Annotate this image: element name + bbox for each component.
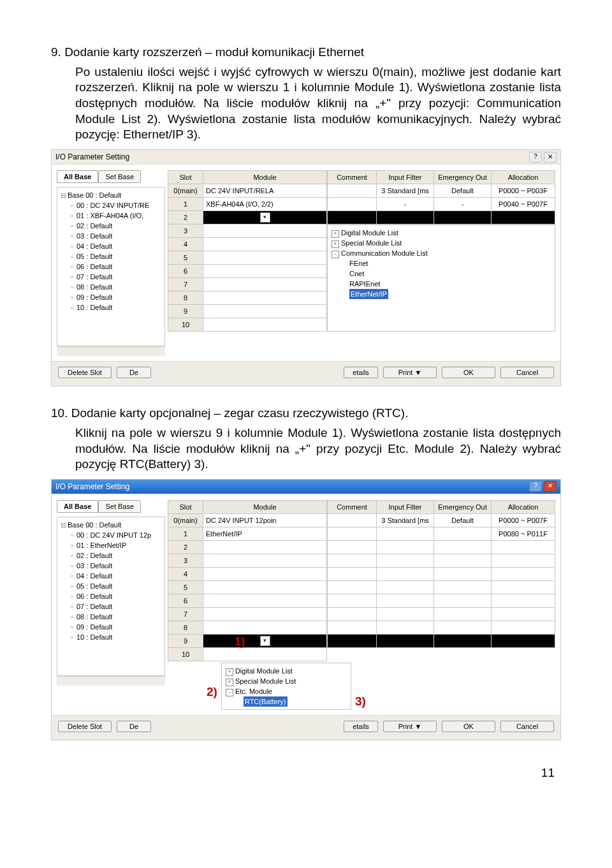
- mark-3: 3): [355, 695, 366, 709]
- prop-grid: Comment Input Filter Emergency Out Alloc…: [327, 170, 555, 224]
- tab-set-base[interactable]: Set Base: [98, 500, 141, 513]
- tab-all-base[interactable]: All Base: [57, 500, 98, 513]
- close-icon[interactable]: ✕: [544, 152, 557, 163]
- print-button[interactable]: Print ▼: [383, 367, 437, 378]
- etails-button[interactable]: etails: [344, 367, 378, 378]
- dropdown-icon[interactable]: ▾: [260, 636, 270, 646]
- hscroll[interactable]: [57, 676, 165, 686]
- sec9-num: 9.: [51, 45, 61, 61]
- dialog-title: I/O Parameter Setting: [55, 482, 129, 491]
- help-icon[interactable]: ?: [529, 152, 542, 163]
- slot-grid: SlotModule 0(main)DC 24V INPUT/RELA 1XBF…: [168, 170, 327, 332]
- tab-set-base[interactable]: Set Base: [98, 170, 141, 183]
- plus-icon[interactable]: +: [332, 230, 339, 238]
- ethernet-ip-item[interactable]: EtherNet/IP: [349, 289, 388, 299]
- minus-icon[interactable]: ⊟: [59, 520, 68, 530]
- dropdown-icon[interactable]: ▾: [260, 212, 270, 223]
- delete-slot-button[interactable]: Delete Slot: [58, 721, 112, 732]
- sec10-para: Kliknij na pole w wierszu 9 i kolumnie M…: [51, 425, 561, 473]
- sec10-num: 10.: [51, 406, 68, 422]
- dialog-titlebar: I/O Parameter Setting ? ✕: [52, 480, 560, 494]
- sec9-title: Dodanie karty rozszerzeń – moduł komunik…: [64, 45, 364, 59]
- cancel-button[interactable]: Cancel: [500, 367, 554, 378]
- dialog-titlebar: I/O Parameter Setting ? ✕: [52, 150, 560, 165]
- ok-button[interactable]: OK: [442, 367, 495, 378]
- base-tree[interactable]: ⊟Base 00 : Default ▫00 : DC 24V INPUT 12…: [57, 517, 165, 676]
- close-icon[interactable]: ✕: [544, 481, 557, 492]
- sec9-para: Po ustaleniu ilości wejść i wyjść cyfrow…: [51, 64, 561, 143]
- mark-2: 2): [207, 685, 217, 699]
- plus-icon[interactable]: +: [332, 240, 339, 248]
- ok-button[interactable]: OK: [442, 721, 495, 732]
- tab-all-base[interactable]: All Base: [57, 170, 98, 183]
- de-button[interactable]: De: [117, 367, 151, 378]
- de-button[interactable]: De: [117, 721, 151, 732]
- print-button[interactable]: Print ▼: [383, 721, 437, 732]
- hscroll[interactable]: [57, 346, 165, 356]
- base-tree[interactable]: ⊟Base 00 : Default ▫00 : DC 24V INPUT/RE…: [57, 187, 165, 346]
- page-number: 11: [51, 766, 561, 780]
- plus-icon[interactable]: +: [226, 679, 233, 686]
- delete-slot-button[interactable]: Delete Slot: [58, 367, 112, 378]
- io-param-dialog-1: I/O Parameter Setting ? ✕ All Base Set B…: [51, 149, 561, 386]
- etails-button[interactable]: etails: [344, 721, 378, 732]
- io-param-dialog-2: I/O Parameter Setting ? ✕ All Base Set B…: [51, 479, 561, 740]
- sec10-heading: 10. Dodanie karty opcjonalnej – zegar cz…: [51, 406, 561, 422]
- sec10-title: Dodanie karty opcjonalnej – zegar czasu …: [71, 406, 409, 420]
- minus-icon[interactable]: ⊟: [59, 190, 68, 200]
- plus-icon[interactable]: +: [226, 668, 233, 676]
- sec9-heading: 9. Dodanie karty rozszerzeń – moduł komu…: [51, 45, 561, 61]
- mark-1: 1): [235, 635, 245, 649]
- prop-grid: Comment Input Filter Emergency Out Alloc…: [327, 500, 555, 648]
- cancel-button[interactable]: Cancel: [500, 721, 554, 732]
- help-icon[interactable]: ?: [529, 481, 542, 492]
- minus-icon[interactable]: -: [226, 689, 233, 696]
- minus-icon[interactable]: -: [332, 251, 339, 258]
- dialog-title: I/O Parameter Setting: [55, 152, 129, 161]
- module-select-tree[interactable]: +Digital Module List +Special Module Lis…: [327, 224, 555, 332]
- rtc-battery-item[interactable]: RTC(Battery): [244, 696, 288, 707]
- module-select-tree[interactable]: +Digital Module List +Special Module Lis…: [221, 663, 351, 710]
- slot-grid: SlotModule 0(main)DC 24V INPUT 12poin 1E…: [168, 500, 327, 661]
